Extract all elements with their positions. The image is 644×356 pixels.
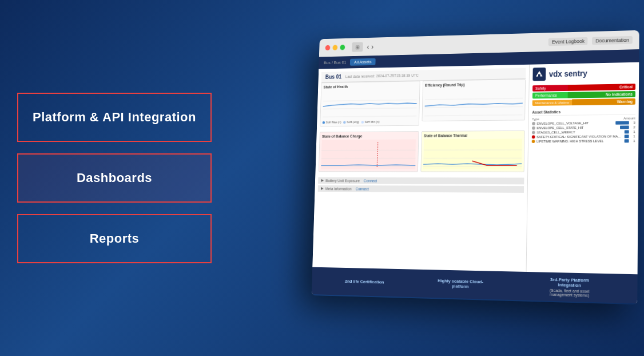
vdx-title: vdx sentry [549, 69, 587, 78]
stat-text-1: ENVELOPE_CELL_STATE_HIT [537, 126, 619, 130]
legend-text-3: SoH Min (n) [364, 120, 379, 124]
bottom-charts-row: State of Balance Charge [319, 130, 525, 175]
dashboards-button[interactable]: Dashboards [17, 153, 212, 203]
battery-unit-expand[interactable]: ▶ Battery Unit Exposure Connect [318, 177, 524, 185]
performance-status-bar: Performance No Indications [532, 91, 635, 98]
top-charts-row: State of Health [320, 79, 526, 129]
close-dot[interactable] [325, 45, 331, 50]
stat-num-2: 1 [631, 130, 635, 133]
balance-charge-title: State of Balance Charge [322, 134, 416, 139]
soh-mini-chart [323, 89, 418, 120]
balance-thermal-area: State of Balance Thermal [420, 130, 525, 172]
asset-stat-row-3: SAFETY-CRITICAL: SIGNIFICANT VIOLATION O… [532, 135, 635, 139]
asset-stat-row-1: ENVELOPE_CELL_STATE_HIT 2 [532, 125, 635, 129]
vdx-header: vdx sentry [532, 66, 635, 81]
efficiency-chart-area: Efficiency (Round Trip) [422, 79, 526, 121]
stat-bar-2 [625, 130, 629, 133]
browser-content: Bus / Bus 01 All Assets Bus 01 Last data… [312, 49, 639, 303]
stat-text-4: LIFETIME WARNING: HIGH STRESS LEVEL [536, 139, 623, 143]
legend-item-2: SoH (avg) [343, 120, 359, 124]
browser-top-links: Event Logbook Documentation [548, 36, 633, 46]
col-header-amount: Amount [623, 117, 635, 120]
meta-info-state: Connect [356, 187, 369, 191]
feature-3rdparty-desc: (Scada, fleet and asset management syste… [539, 288, 600, 298]
svg-line-3 [424, 115, 523, 116]
svg-rect-16 [538, 74, 540, 77]
svg-line-4 [424, 106, 523, 108]
efficiency-chart: Efficiency (Round Trip) [422, 79, 526, 128]
balance-thermal-chart: State of Balance Thermal [420, 130, 525, 175]
stat-num-1: 2 [631, 125, 635, 129]
balance-charge-mini-chart [321, 139, 416, 169]
safety-value: Critical [568, 84, 635, 91]
feature-cert-title: 2nd life Certification [345, 279, 384, 284]
browser-nav-arrows: ‹ › [367, 42, 373, 51]
feature-3rdparty-title: 3rd-Party Platform Integration [539, 276, 601, 288]
stat-bar-1 [620, 125, 629, 129]
charts-area: Bus 01 Last data received: 2024-07-25T15… [312, 65, 529, 272]
asset-stat-row-4: LIFETIME WARNING: HIGH STRESS LEVEL 1 [532, 139, 635, 143]
platform-api-button[interactable]: Platform & API Integration [17, 93, 212, 142]
asset-stat-row-0: ENVELOPE_CELL_VOLTAGE_HIT 3 [532, 121, 635, 125]
stat-bar-3 [625, 135, 629, 138]
battery-unit-state: Connect [364, 179, 377, 183]
event-logbook-link[interactable]: Event Logbook [548, 37, 588, 46]
maximize-dot[interactable] [340, 45, 345, 50]
stat-dot-1 [532, 126, 535, 130]
soh-legend: SoH Max (n) SoH (avg) SoH Min (n) [323, 120, 416, 124]
svg-line-1 [323, 108, 416, 109]
svg-line-5 [424, 98, 523, 100]
meta-info-expand[interactable]: ▶ Meta Information Connect [318, 185, 524, 193]
efficiency-title: Efficiency (Round Trip) [425, 82, 523, 88]
legend-item-1: SoH Max (n) [323, 121, 341, 124]
dashboard-preview: ⊞ ‹ › Event Logbook Documentation Bus / … [312, 30, 639, 304]
stat-bar-0 [615, 121, 629, 125]
feature-3rdparty: 3rd-Party Platform Integration (Scada, f… [539, 276, 600, 298]
state-of-health-chart: State of Health [320, 81, 420, 129]
bus-title: Bus 01 [325, 74, 342, 80]
forward-icon[interactable]: › [371, 42, 374, 51]
documentation-link[interactable]: Documentation [592, 36, 633, 45]
stat-num-3: 1 [631, 135, 635, 138]
meta-info-label: Meta Information [325, 187, 352, 191]
browser-window-icons: ⊞ [352, 42, 363, 52]
safety-status-bar: Safety Critical [532, 84, 635, 92]
svg-line-2 [323, 100, 417, 101]
stat-text-2: STAGES_CELL_WEEKLY [536, 130, 622, 134]
left-nav-panel: Platform & API Integration Dashboards Re… [17, 93, 212, 263]
expand-arrow-2: ▶ [321, 187, 324, 191]
col-header-type: Type [532, 117, 621, 121]
vdx-sentry-panel: vdx sentry Safety Critical Performance N… [526, 62, 639, 275]
filter-button[interactable]: All Assets [350, 58, 376, 66]
maintenance-value: Warning [572, 98, 635, 105]
legend-text-2: SoH (avg) [347, 120, 359, 124]
stat-text-3: SAFETY-CRITICAL: SIGNIFICANT VIOLATION O… [536, 135, 623, 139]
pages-icon[interactable]: ⊞ [352, 42, 363, 52]
balance-charge-area: State of Balance Charge [319, 131, 419, 172]
legend-text-1: SoH Max (n) [326, 121, 341, 124]
soh-title: State of Health [324, 84, 418, 89]
stat-dot-4 [532, 140, 535, 143]
stat-dot-3 [532, 135, 535, 139]
stat-num-0: 3 [631, 121, 635, 124]
bus-date: Last data received: 2024-07-25T15:18:39 … [345, 73, 419, 78]
breadcrumb: Bus / Bus 01 [324, 60, 346, 65]
feature-cloud-title: Highly scalable Cloud-platform [431, 278, 490, 290]
battery-unit-label: Battery Unit Exposure [325, 179, 360, 183]
performance-value: No Indications [568, 91, 635, 98]
browser-dots [325, 45, 345, 50]
stat-dot-2 [532, 131, 535, 135]
stat-bar-4 [625, 139, 629, 143]
reports-button[interactable]: Reports [17, 214, 212, 263]
back-icon[interactable]: ‹ [367, 42, 369, 51]
stat-num-4: 1 [630, 139, 635, 143]
minimize-dot[interactable] [332, 45, 337, 50]
stat-text-0: ENVELOPE_CELL_VOLTAGE_HIT [537, 121, 614, 125]
efficiency-mini-chart [424, 87, 523, 118]
expand-arrow-1: ▶ [321, 178, 324, 183]
performance-label: Performance [532, 92, 568, 99]
feature-cloud: Highly scalable Cloud-platform [431, 278, 490, 291]
stat-dot-0 [532, 122, 535, 125]
soh-chart-area: State of Health [320, 81, 420, 126]
maintenance-status-bar: Maintenance & Lifetime Warning [532, 98, 635, 106]
